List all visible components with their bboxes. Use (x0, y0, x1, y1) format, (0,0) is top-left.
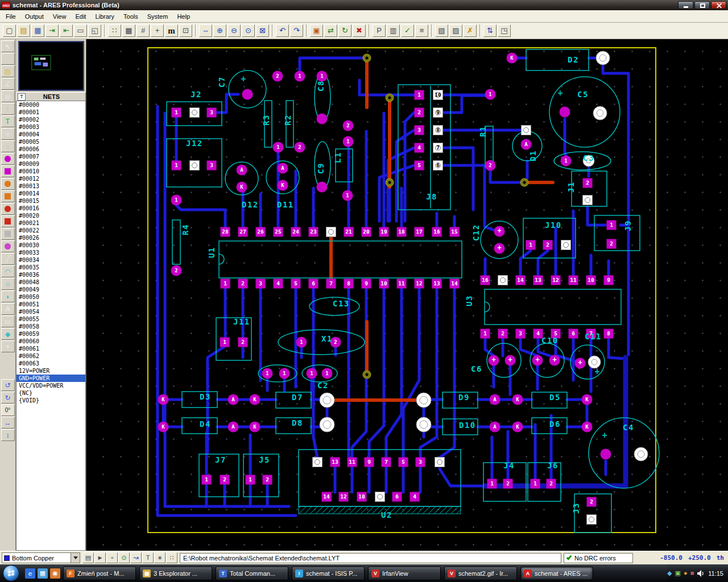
pcb-pad[interactable]: K (507, 53, 518, 64)
tray-icon-2[interactable]: ▣ (675, 569, 681, 577)
pcb-pad[interactable]: 2 (543, 240, 553, 250)
smt-square-pad-tool[interactable] (1, 215, 15, 227)
grid-toggle-button[interactable]: # (136, 24, 150, 37)
pcb-pad-selected[interactable] (320, 393, 334, 408)
pcb-trace[interactable] (520, 251, 531, 275)
pcb-pad[interactable]: 7 (433, 143, 443, 153)
redraw-button[interactable]: ∷ (108, 24, 121, 37)
pcb-pad[interactable]: A (228, 422, 239, 433)
pcb-pad[interactable]: 1 (343, 136, 354, 147)
component-outline[interactable] (485, 289, 621, 325)
pcb-pad[interactable]: 9 (433, 108, 443, 118)
pcb-pad[interactable]: 16 (432, 227, 442, 237)
net-item[interactable]: #00004 (16, 131, 85, 138)
auto-placer-button[interactable]: ▧ (435, 24, 448, 37)
net-item[interactable]: GND=POWER (16, 375, 85, 382)
net-item[interactable]: VCC/VDD=POWER (16, 382, 85, 389)
block-rotate-button[interactable]: ↻ (338, 24, 351, 37)
taskbar-button[interactable]: Ischemat - ISIS P... (292, 567, 365, 580)
pcb-pad[interactable]: + (575, 358, 586, 369)
pcb-pad-selected[interactable] (634, 447, 648, 461)
pcb-pad[interactable]: 9 (362, 279, 371, 289)
pcb-pad[interactable]: 10 (379, 279, 389, 289)
pcb-pad[interactable]: 5 (415, 161, 424, 171)
handles-button[interactable]: ∷ (166, 552, 177, 563)
net-item[interactable]: #00007 (16, 153, 85, 160)
zone-tool[interactable]: ↑ (1, 103, 15, 115)
metric-imperial-button[interactable]: m (165, 24, 178, 37)
pcb-pad[interactable] (522, 126, 531, 135)
pcb-pad[interactable]: 1 (487, 479, 497, 489)
pcb-trace[interactable] (520, 338, 537, 356)
pick-parts-button[interactable]: P (373, 24, 386, 37)
menu-tools[interactable]: Tools (119, 11, 143, 22)
origin-button[interactable]: + (151, 24, 164, 37)
pcb-pad[interactable]: 2 (295, 142, 305, 153)
pcb-pad[interactable]: 1 (171, 195, 182, 206)
file-path-field[interactable]: E:\Robot mechatronika\Schemat Extended\s… (180, 553, 561, 563)
pcb-pad[interactable]: 13 (533, 276, 543, 285)
round-pad-tool[interactable] (1, 153, 15, 165)
undo-button[interactable]: ↶ (276, 24, 289, 37)
pcb-pad[interactable] (313, 458, 322, 467)
nets-toggle-button[interactable]: T (18, 93, 26, 101)
block-copy-button[interactable]: ▣ (310, 24, 323, 37)
pcb-pad[interactable]: 18 (397, 227, 407, 237)
pan-button[interactable]: ⇔ (199, 24, 212, 37)
pcb-pad[interactable]: 3 (256, 279, 266, 289)
export-section-button[interactable]: ⇤ (60, 24, 73, 37)
taskbar-button[interactable]: ▤3 Eksplorator ... (139, 567, 212, 580)
component-outline[interactable] (172, 220, 180, 264)
component-outline[interactable] (526, 49, 589, 70)
pcb-pad[interactable]: + (489, 355, 499, 366)
pcb-pad[interactable]: K (512, 394, 523, 405)
net-item[interactable]: #00033 (16, 249, 85, 256)
net-item[interactable]: #00000 (16, 101, 85, 109)
print-button[interactable]: ▭ (74, 24, 87, 37)
pcb-pad[interactable]: + (549, 355, 560, 366)
zoom-in-button[interactable]: ⊕ (213, 24, 226, 37)
pcb-pad[interactable]: 5 (399, 458, 408, 467)
pcb-pad[interactable] (587, 515, 597, 525)
ratsnest-toggle-button[interactable]: ↝ (130, 552, 142, 563)
pcb-pad[interactable]: 4 (274, 279, 283, 289)
minimize-button[interactable] (678, 1, 693, 9)
pcb-pad[interactable]: 1 (273, 142, 284, 153)
make-package-button[interactable]: ▥ (387, 24, 400, 37)
pcb-pad[interactable]: 2 (238, 338, 248, 347)
pcb-pad[interactable]: + (494, 243, 505, 254)
pcb-pad[interactable]: 8 (604, 329, 614, 339)
net-item[interactable]: #00036 (16, 271, 85, 278)
pcb-pad[interactable]: K (250, 394, 260, 405)
edge-pad-tool[interactable] (1, 190, 15, 202)
menu-help[interactable]: Help (172, 11, 195, 22)
drc-button[interactable]: ✗ (464, 24, 477, 37)
pcb-pad[interactable]: 2 (485, 160, 496, 171)
import-section-button[interactable]: ⇥ (46, 24, 59, 37)
net-item[interactable]: #00001 (16, 109, 85, 116)
pcb-pad[interactable] (583, 196, 593, 205)
pcb-pad[interactable] (326, 227, 336, 237)
pcb-pad[interactable]: K (512, 422, 523, 433)
start-button[interactable] (3, 565, 19, 581)
taskbar-button[interactable]: Aschemat - ARES ... (520, 567, 593, 580)
tray-icon-1[interactable]: ◆ (667, 569, 672, 577)
dil-pad-tool[interactable] (1, 178, 15, 190)
pcb-pad[interactable]: 13 (432, 279, 442, 289)
pcb-pad[interactable]: 13 (330, 458, 340, 467)
board-preview[interactable] (19, 41, 84, 90)
pcb-pad[interactable]: 2 (547, 479, 556, 489)
pcb-pad[interactable]: 19 (379, 227, 389, 237)
text-tool[interactable]: T (1, 115, 15, 127)
net-item[interactable]: 12V=POWER (16, 367, 85, 375)
net-item[interactable]: #00049 (16, 286, 85, 293)
net-item[interactable]: #00010 (16, 168, 85, 175)
pcb-trace[interactable] (300, 58, 367, 71)
pcb-pad[interactable] (242, 89, 253, 100)
net-item[interactable]: #00054 (16, 308, 85, 315)
taskbar-clock[interactable]: 11:15 (708, 570, 723, 577)
pcb-pad[interactable] (435, 458, 445, 467)
menu-system[interactable]: System (143, 11, 173, 22)
mirror-x-button[interactable]: ↔ (1, 417, 15, 429)
pcb-pad[interactable]: 27 (238, 227, 248, 237)
